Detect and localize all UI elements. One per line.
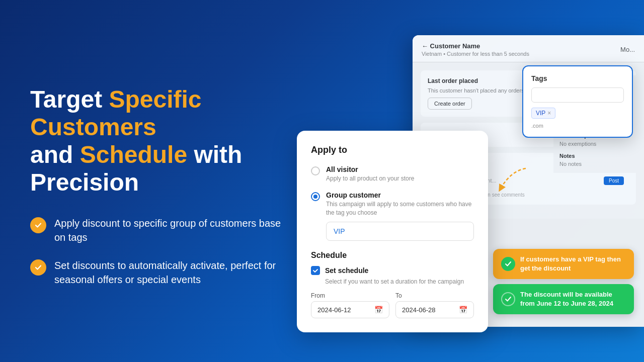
vip-badge-icon <box>501 257 515 271</box>
bullet-text-schedule: Set discounts to automatically activate,… <box>54 258 282 287</box>
left-section: Target Specific Customers and Schedule w… <box>0 0 312 362</box>
bullet-list: Apply discount to specific group of cust… <box>30 216 282 287</box>
last-order-title: Last order placed <box>428 77 478 84</box>
group-customer-option[interactable]: Group customer This campaign will apply … <box>311 191 474 241</box>
panel-header: ← Customer Name Vietnam • Customer for l… <box>413 35 644 62</box>
from-date-field: From 2024-06-12 📅 <box>311 292 389 318</box>
date-range-row: From 2024-06-12 📅 To 2024-06-28 📅 <box>311 292 474 318</box>
to-date-input[interactable]: 2024-06-28 📅 <box>395 301 474 318</box>
panel-back-button[interactable]: ← Customer Name <box>422 42 529 50</box>
vip-badge-text: If customers have a VIP tag then get the… <box>520 255 626 273</box>
schedule-title: Schedule <box>311 251 474 260</box>
notes-section: Notes No notes <box>559 153 638 167</box>
vip-tag-label: VIP <box>536 110 545 117</box>
form-card: Apply to All visitor Apply to all produc… <box>297 131 488 332</box>
schedule-desc: Select if you want to set a duration for… <box>325 278 474 285</box>
headline-part1: Target <box>30 86 109 113</box>
tags-popup-title: Tags <box>531 74 624 82</box>
schedule-section: Schedule Set schedule Select if you want… <box>311 251 474 318</box>
to-calendar-icon: 📅 <box>459 306 467 314</box>
from-calendar-icon: 📅 <box>374 306 383 314</box>
will-receive-label: .com <box>531 123 624 129</box>
from-date-value: 2024-06-12 <box>317 306 351 314</box>
tags-popup: Tags VIP × .com <box>522 65 633 138</box>
tag-value-input[interactable] <box>326 222 474 241</box>
set-schedule-checkbox[interactable] <box>311 266 320 275</box>
group-customer-radio[interactable] <box>311 192 320 201</box>
from-date-input[interactable]: 2024-06-12 📅 <box>311 301 389 318</box>
bullet-item-schedule: Set discounts to automatically activate,… <box>30 258 282 287</box>
post-button[interactable]: Post <box>604 176 624 185</box>
vip-tag-chip[interactable]: VIP × <box>531 108 555 119</box>
check-icon-1 <box>30 217 46 233</box>
arrow-decoration <box>491 166 531 198</box>
tags-input[interactable] <box>531 87 624 103</box>
set-schedule-row[interactable]: Set schedule <box>311 266 474 275</box>
headline-part2: and <box>30 141 80 168</box>
headline-highlight2: Schedule <box>80 141 187 168</box>
available-badge-text: The discount will be available from June… <box>520 290 626 308</box>
form-title: Apply to <box>311 145 474 155</box>
to-date-value: 2024-06-28 <box>402 306 436 314</box>
create-order-button[interactable]: Create order <box>428 98 472 110</box>
bullet-item-tags: Apply discount to specific group of cust… <box>30 216 282 244</box>
panel-subtitle: Vietnam • Customer for less than 5 secon… <box>422 51 529 57</box>
check-icon-2 <box>30 259 46 276</box>
available-badge-icon <box>501 292 515 306</box>
group-customer-label: Group customer <box>326 191 474 199</box>
from-label: From <box>311 292 389 299</box>
to-label: To <box>395 292 474 299</box>
notes-value: No notes <box>559 161 638 167</box>
available-notification-badge: The discount will be available from June… <box>493 284 634 314</box>
all-visitor-label: All visitor <box>326 165 414 173</box>
all-visitor-desc: Apply to all product on your store <box>326 174 414 183</box>
all-visitor-option[interactable]: All visitor Apply to all product on your… <box>311 165 474 183</box>
notes-title: Notes <box>559 153 638 159</box>
vip-notification-badge: If customers have a VIP tag then get the… <box>493 249 634 279</box>
headline: Target Specific Customers and Schedule w… <box>30 85 282 197</box>
apply-to-options: All visitor Apply to all product on your… <box>311 165 474 241</box>
to-date-field: To 2024-06-28 📅 <box>395 292 474 318</box>
tax-value: No exemptions <box>559 141 638 147</box>
bullet-text-tags: Apply discount to specific group of cust… <box>54 216 282 244</box>
vip-tag-close[interactable]: × <box>547 110 551 117</box>
set-schedule-label: Set schedule <box>325 266 368 275</box>
group-customer-desc: This campaign will apply to some custome… <box>326 200 474 217</box>
panel-more-button[interactable]: Mo... <box>620 46 635 53</box>
all-visitor-radio[interactable] <box>311 166 320 175</box>
